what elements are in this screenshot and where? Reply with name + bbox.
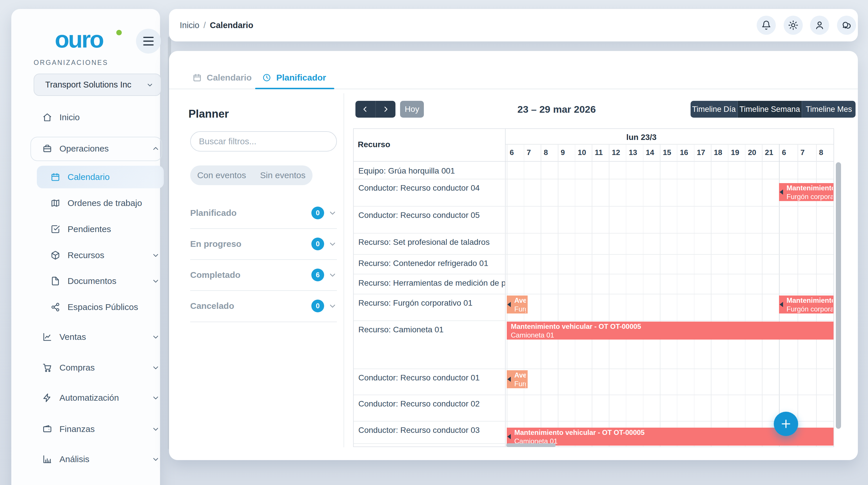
app-root: ouro ORGANIZACIONES Transport Solutions … xyxy=(0,0,868,485)
file-icon xyxy=(51,277,60,286)
planner-title: Planner xyxy=(188,108,229,120)
event-bar[interactable]: Aver…Furg… xyxy=(507,295,528,314)
chevron-down-icon xyxy=(152,277,160,285)
sun-icon xyxy=(788,20,798,30)
sidebar-item-configuraci-n[interactable]: Configuración xyxy=(32,480,163,485)
event-title: Mantenimiento vehicular - OT OT-00005 xyxy=(511,322,833,331)
home-icon xyxy=(42,113,52,122)
sun-button[interactable] xyxy=(784,15,803,35)
user-icon xyxy=(815,20,825,30)
share-icon xyxy=(51,302,60,312)
bell-button[interactable] xyxy=(757,15,776,35)
sidebar-item-espacios-p-blicos[interactable]: Espacios Públicos xyxy=(32,297,163,317)
event-subtitle: Camioneta 01 xyxy=(514,437,833,445)
hour-header-cell: 6 xyxy=(507,144,524,161)
sidebar-item-ordenes-de-trabajo[interactable]: Ordenes de trabajo xyxy=(32,194,163,213)
breadcrumb-calendario: Calendario xyxy=(210,21,253,30)
resource-row-label: Recurso: Furgón corporativo 01 xyxy=(354,294,505,320)
prev-period-button[interactable] xyxy=(355,101,375,118)
sidebar-collapse-button[interactable] xyxy=(136,29,161,54)
event-subtitle: Furgón corporativo xyxy=(786,192,833,201)
sidebar-item-label: Espacios Públicos xyxy=(67,302,138,312)
resource-row-label: Conductor: Recurso conductor 04 xyxy=(354,179,505,206)
add-event-fab[interactable] xyxy=(774,412,798,436)
organization-select[interactable]: Transport Solutions Inc xyxy=(34,73,161,96)
toggle-sin-eventos[interactable]: Sin eventos xyxy=(260,170,306,180)
user-button[interactable] xyxy=(810,15,829,35)
chevron-down-icon xyxy=(152,425,160,433)
hour-header-cell: 12 xyxy=(609,144,626,161)
timeline-grid-body[interactable]: Equipo: Grúa horquilla 001Conductor: Rec… xyxy=(354,162,834,447)
calendar-icon xyxy=(193,73,202,82)
status-divider xyxy=(190,259,337,260)
hour-header-cell: 17 xyxy=(694,144,711,161)
event-bar[interactable]: Aver…Furg… xyxy=(507,370,528,388)
sidebar-item-documentos[interactable]: Documentos xyxy=(32,271,163,291)
chevron-down-icon xyxy=(152,333,160,341)
chevron-down-icon xyxy=(152,394,160,402)
event-subtitle: Furg… xyxy=(514,380,526,388)
sidebar-item-label: Análisis xyxy=(59,454,89,464)
sidebar-item-inicio[interactable]: Inicio xyxy=(32,108,163,127)
event-subtitle: Furgón corporativo xyxy=(786,305,833,313)
today-button[interactable]: Hoy xyxy=(400,101,424,118)
bar-chart-icon xyxy=(42,455,52,464)
sidebar-item-automatizaci-n[interactable]: Automatización xyxy=(32,388,163,407)
event-left-arrow-icon xyxy=(507,434,511,439)
hour-header-cell: 16 xyxy=(677,144,694,161)
sidebar-item-operaciones[interactable]: Operaciones xyxy=(32,139,163,158)
chevron-down-icon xyxy=(328,208,337,217)
topbar xyxy=(169,9,858,41)
logo-dot-icon xyxy=(116,30,122,35)
sidebar-item-label: Ordenes de trabajo xyxy=(67,198,142,208)
view-button-timeline-mes[interactable]: Timeline Mes xyxy=(802,101,856,118)
scheduler-grid: 6789101112131415161718192021678Equipo: G… xyxy=(353,128,834,447)
status-section-completado[interactable]: Completado6 xyxy=(190,265,337,285)
status-section-cancelado[interactable]: Cancelado0 xyxy=(190,296,337,316)
next-period-button[interactable] xyxy=(375,101,396,118)
sidebar-item-an-lisis[interactable]: Análisis xyxy=(32,450,163,469)
vertical-scrollbar[interactable] xyxy=(836,162,841,429)
status-count-badge: 0 xyxy=(311,237,324,250)
sidebar-item-calendario[interactable]: Calendario xyxy=(32,167,163,187)
hour-header-cell: 14 xyxy=(643,144,660,161)
event-bar[interactable]: Mantenimiento veFurgón corporativo xyxy=(779,295,834,314)
hour-header-cell: 19 xyxy=(728,144,745,161)
chat-button[interactable] xyxy=(837,15,856,35)
filter-search-input[interactable] xyxy=(190,131,337,152)
event-bar[interactable]: Mantenimiento vehicular - OT OT-00005Cam… xyxy=(507,322,834,340)
sidebar-item-recursos[interactable]: Recursos xyxy=(32,246,163,265)
sidebar-item-finanzas[interactable]: Finanzas xyxy=(32,420,163,439)
view-button-timeline-día[interactable]: Timeline Día xyxy=(690,101,737,118)
status-section-en-progreso[interactable]: En progreso0 xyxy=(190,234,337,254)
sidebar-item-label: Recursos xyxy=(67,250,104,260)
event-title: Aver… xyxy=(514,371,526,380)
resource-row-label: Conductor: Recurso conductor 03 xyxy=(354,421,505,443)
status-divider xyxy=(190,322,337,322)
tab-calendario-label: Calendario xyxy=(207,73,252,83)
status-divider xyxy=(190,290,337,291)
tab-calendario[interactable]: Calendario xyxy=(193,69,252,86)
status-label: En progreso xyxy=(190,239,242,249)
toggle-con-eventos[interactable]: Con eventos xyxy=(197,170,246,180)
map-icon xyxy=(51,198,60,208)
sidebar-item-compras[interactable]: Compras xyxy=(32,358,163,377)
tab-planificador[interactable]: Planificador xyxy=(262,69,326,86)
sidebar-item-pendientes[interactable]: Pendientes xyxy=(32,220,163,239)
planner-timeline-divider xyxy=(344,93,344,447)
status-section-planificado[interactable]: Planificado0 xyxy=(190,203,337,223)
chart-line-icon xyxy=(42,332,52,342)
chevron-down-icon xyxy=(328,239,337,248)
status-count-badge: 6 xyxy=(311,268,324,281)
ouro-logo: ouro xyxy=(55,26,103,53)
event-subtitle: Camioneta 01 xyxy=(511,331,833,339)
event-bar[interactable]: Mantenimiento veFurgón corporativo xyxy=(779,183,834,201)
hour-header-cell: 15 xyxy=(660,144,677,161)
breadcrumb: Inicio / Calendario xyxy=(180,9,253,41)
horizontal-scrollbar[interactable] xyxy=(506,443,556,447)
hour-header-cell: 6 xyxy=(779,144,798,161)
breadcrumb-inicio[interactable]: Inicio xyxy=(180,21,199,30)
view-button-timeline-semana[interactable]: Timeline Semana xyxy=(737,101,802,118)
sidebar-item-ventas[interactable]: Ventas xyxy=(32,327,163,347)
briefcase-icon xyxy=(42,144,52,153)
